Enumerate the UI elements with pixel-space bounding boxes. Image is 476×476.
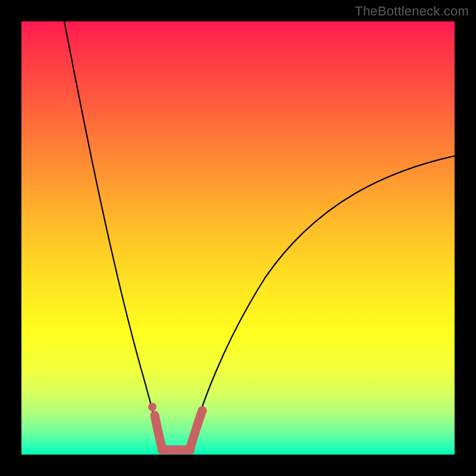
curve-layer	[21, 21, 455, 455]
highlight-left-segment	[155, 415, 162, 447]
chart-frame: TheBottleneck.com	[0, 0, 476, 476]
highlight-right-segment	[190, 411, 202, 447]
curve-left	[64, 21, 159, 441]
curve-right	[192, 156, 455, 441]
plot-area	[21, 21, 455, 455]
watermark-text: TheBottleneck.com	[355, 4, 469, 19]
highlight-dot	[148, 403, 156, 411]
